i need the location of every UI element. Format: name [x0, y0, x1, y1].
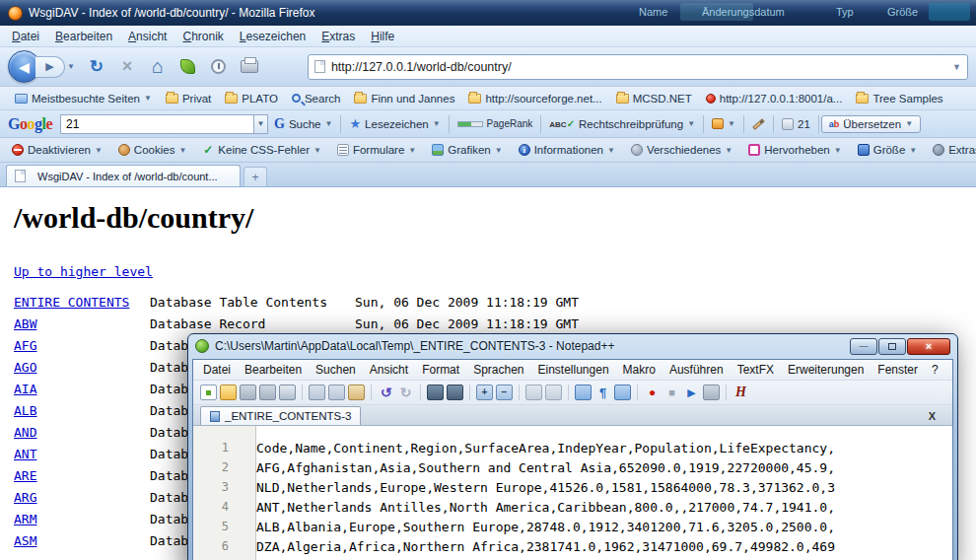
webdev-forms[interactable]: Formulare▼ [331, 142, 422, 158]
sync-scroll-horizontal-icon[interactable] [545, 385, 562, 400]
history-dropdown[interactable]: ▼ [65, 62, 79, 71]
new-file-icon[interactable] [200, 385, 217, 400]
print-icon[interactable] [279, 385, 296, 400]
find-icon[interactable] [427, 385, 444, 400]
menu-item[interactable]: Fenster [871, 361, 925, 379]
line-text[interactable]: DZA,Algeria,Africa,Northern Africa,23817… [243, 539, 835, 554]
menu-item[interactable]: Makro [616, 361, 662, 379]
editor-area[interactable]: 1 Code,Name,Continent,Region,SurfaceArea… [193, 426, 952, 560]
urlbar-dropdown-icon[interactable]: ▼ [952, 62, 961, 72]
tab-wsgidav[interactable]: WsgiDAV - Index of /world-db/count... [6, 165, 241, 186]
menu-item[interactable]: Lesezeichen [232, 27, 314, 46]
stop-button[interactable]: × [114, 54, 140, 80]
line-text[interactable]: AFG,Afghanistan,Asia,Southern and Centra… [243, 460, 835, 475]
webdev-disable[interactable]: Deaktivieren▼ [6, 142, 108, 158]
webdev-tools[interactable]: Extras▼ [927, 142, 976, 158]
menu-item[interactable]: Hilfe [363, 27, 402, 46]
notepadpp-titlebar[interactable]: C:\Users\Martin\AppData\Local\Temp\_ENTI… [188, 334, 957, 358]
show-all-characters-icon[interactable]: ¶ [594, 385, 611, 400]
google-bookmarks-button[interactable]: ★Lesezeichen▼ [343, 114, 446, 133]
entry-link[interactable]: ABW [14, 316, 150, 331]
document-tab[interactable]: _ENTIRE_CONTENTS-3 [200, 406, 361, 425]
entry-link[interactable]: ENTIRE CONTENTS [14, 295, 150, 310]
menu-item[interactable]: Bearbeiten [47, 27, 120, 46]
bookmark-search[interactable]: Search [285, 91, 347, 106]
entry-link[interactable]: ANT [14, 447, 150, 461]
menu-item[interactable]: Ausführen [662, 361, 731, 379]
stop-macro-icon[interactable]: ■ [663, 385, 680, 400]
bookmark-tree-samples[interactable]: Tree Samples [849, 91, 949, 106]
edit-button[interactable] [746, 120, 771, 128]
pagerank-indicator[interactable]: PageRank [452, 116, 539, 131]
history-button[interactable] [206, 54, 232, 80]
save-all-icon[interactable] [259, 385, 276, 400]
menu-item[interactable]: Sprachen [466, 361, 530, 379]
menu-item[interactable]: Chronik [174, 27, 231, 46]
firefox-titlebar[interactable]: WsgiDAV - Index of /world-db/country/ - … [0, 0, 976, 26]
entry-link[interactable]: AFG [14, 338, 150, 353]
bookmark-sourceforge[interactable]: http://sourceforge.net... [461, 91, 608, 106]
webdev-images[interactable]: Grafiken▼ [426, 142, 508, 158]
play-macro-icon[interactable]: ▶ [683, 385, 700, 400]
entry-link[interactable]: ARE [14, 468, 150, 483]
entry-link[interactable]: ARG [14, 490, 150, 505]
record-macro-icon[interactable]: ● [644, 385, 661, 400]
webdev-css[interactable]: ✓Keine CSS-Fehler▼ [196, 142, 327, 158]
new-tab-button[interactable]: + [244, 167, 267, 186]
replace-icon[interactable] [447, 385, 463, 400]
zoom-in-icon[interactable]: + [476, 385, 493, 400]
webdev-outline[interactable]: Hervorheben▼ [742, 142, 847, 158]
bookmark-mcsd[interactable]: MCSD.NET [609, 91, 699, 106]
webdev-information[interactable]: iInformationen▼ [513, 142, 621, 158]
save-icon[interactable] [240, 385, 256, 400]
cut-icon[interactable] [309, 385, 325, 400]
undo-icon[interactable]: ↺ [378, 385, 394, 400]
up-to-higher-level-link[interactable]: Up to higher level [14, 264, 153, 279]
html-preview-icon[interactable]: H [732, 385, 749, 400]
reload-button[interactable]: ↻ [84, 54, 109, 80]
spellcheck-button[interactable]: ABC✓Rechtschreibprüfung▼ [543, 116, 701, 132]
print-button[interactable] [237, 54, 262, 80]
bookmark-most-visited[interactable]: Meistbesuchte Seiten▼ [8, 91, 159, 106]
translate-button[interactable]: abÜbersetzen▼ [821, 115, 921, 133]
menu-item[interactable]: Format [415, 361, 466, 379]
entry-link[interactable]: ALB [14, 403, 150, 418]
google-search-button[interactable]: GSuche▼ [268, 114, 338, 134]
zoom-out-icon[interactable]: − [496, 385, 513, 400]
menu-item[interactable]: Datei [196, 361, 238, 379]
entry-link[interactable]: AND [14, 425, 150, 440]
line-text[interactable]: Code,Name,Continent,Region,SurfaceArea,I… [243, 441, 835, 455]
copy-icon[interactable] [328, 385, 345, 400]
bookmark-localhost[interactable]: http://127.0.0.1:8001/a... [699, 91, 850, 106]
entry-link[interactable]: AIA [14, 382, 150, 396]
webdev-cookies[interactable]: Cookies▼ [112, 142, 192, 158]
maximize-button[interactable] [878, 338, 906, 355]
minimize-button[interactable]: — [850, 338, 877, 355]
sync-scroll-vertical-icon[interactable] [525, 385, 542, 400]
highlight-count-button[interactable]: 21 [776, 116, 816, 132]
menu-item[interactable]: Ansicht [120, 27, 174, 46]
close-document-button[interactable]: X [919, 410, 945, 422]
entry-link[interactable]: ASM [14, 533, 150, 548]
menu-item[interactable]: ? [925, 361, 945, 379]
word-wrap-icon[interactable] [575, 385, 592, 400]
addon-button[interactable] [175, 54, 201, 80]
google-search-input[interactable] [60, 114, 253, 134]
line-text[interactable]: NLD,Netherlands,Europe,Western Europe,41… [243, 480, 835, 495]
bookmark-plato[interactable]: PLATO [218, 91, 285, 106]
bookmark-privat[interactable]: Privat [159, 91, 218, 106]
indent-guide-icon[interactable] [614, 385, 631, 400]
notepadpp-window[interactable]: C:\Users\Martin\AppData\Local\Temp\_ENTI… [187, 333, 958, 560]
menu-item[interactable]: Suchen [309, 361, 363, 379]
webdev-resize[interactable]: Größe▼ [852, 142, 924, 158]
open-file-icon[interactable] [220, 385, 237, 400]
location-bar[interactable]: http://127.0.0.1/world-db/country/ ▼ [308, 54, 968, 80]
menu-item[interactable]: Datei [4, 27, 47, 46]
home-button[interactable]: ⌂ [145, 54, 171, 80]
redo-icon[interactable]: ↻ [397, 385, 414, 400]
save-macro-icon[interactable] [703, 385, 720, 400]
forward-button[interactable]: ▶ [35, 56, 65, 78]
webdev-miscellaneous[interactable]: Verschiedenes▼ [625, 142, 738, 158]
menu-item[interactable]: TextFX [731, 361, 781, 379]
line-text[interactable]: ANT,Netherlands Antilles,North America,C… [243, 500, 835, 515]
